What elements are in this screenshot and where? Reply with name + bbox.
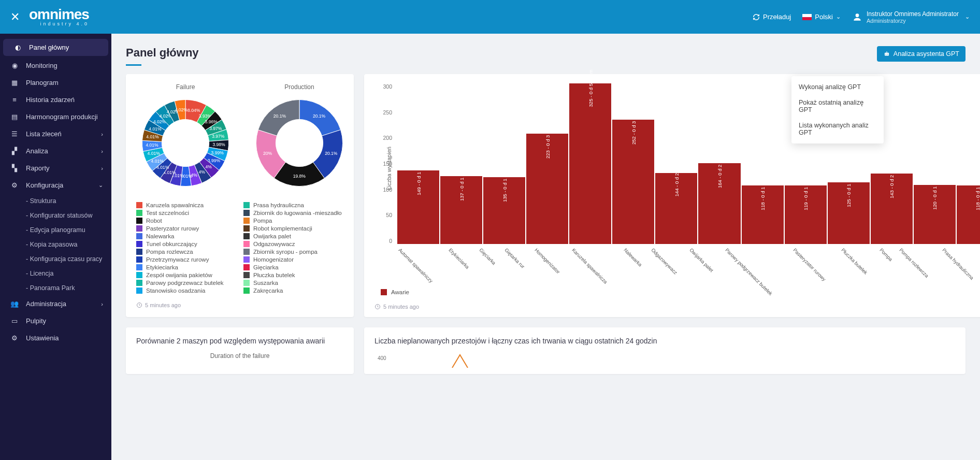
dropdown-option[interactable]: Pokaż ostatnią analizę GPT	[791, 95, 884, 118]
sidebar-item-pulpity[interactable]: ▭Pulpity	[0, 312, 111, 329]
sidebar-subitem[interactable]: - Konfigurator statusów	[0, 208, 111, 223]
sidebar-item-lista-zleceń[interactable]: ☰Lista zleceń›	[0, 125, 111, 142]
bar-column[interactable]: 325 - 0 d 5 h 1 m	[569, 83, 611, 244]
legend-item[interactable]: Robot	[136, 218, 236, 224]
user-menu[interactable]: Instruktor Omnimes Administrator Adminis…	[852, 10, 970, 24]
bar-xlabel: Giętarka rur	[503, 246, 534, 253]
sidebar-item-ustawienia[interactable]: ⚙Ustawienia	[0, 329, 111, 347]
legend-label: Zbiornik do ługowania -mieszadło	[253, 210, 342, 216]
legend-item[interactable]: Pompa	[243, 218, 343, 224]
legend-item[interactable]: Pasteryzator rurowy	[136, 225, 236, 232]
svg-text:4.01%: 4.01%	[151, 159, 164, 164]
legend-swatch	[243, 210, 250, 216]
bar-xlabel: Parowy podgrzewacz butelek	[724, 246, 792, 253]
bar-xlabel: Pompa rozlewcza	[898, 246, 941, 253]
legend-item[interactable]: Zbiornik do ługowania -mieszadło	[243, 210, 343, 216]
dropdown-option[interactable]: Lista wykonanych analiz GPT	[791, 118, 884, 140]
logo-main: omnimes	[29, 7, 89, 22]
legend-item[interactable]: Robot komplementacji	[243, 225, 343, 232]
report-icon: ▚	[8, 164, 21, 172]
legend-item[interactable]: Owijarka palet	[243, 233, 343, 239]
sidebar-item-monitoring[interactable]: ◉Monitoring	[0, 57, 111, 74]
sidebar-label: Raporty	[26, 164, 50, 172]
legend-item[interactable]: Test szczelności	[136, 210, 236, 216]
downtime-title: Liczba nieplanowanych przestojów i łączn…	[374, 337, 955, 345]
legend-label: Etykieciarka	[146, 264, 178, 270]
legend-swatch	[136, 280, 142, 286]
sidebar-label: Monitoring	[26, 62, 57, 69]
language-selector[interactable]: Polski ⌄	[802, 13, 841, 21]
desktop-icon: ▭	[8, 317, 21, 325]
legend-swatch	[136, 202, 142, 208]
clock-icon	[374, 304, 381, 310]
legend-item[interactable]: Karuzela spawalnicza	[136, 202, 236, 208]
legend-item[interactable]: Zakręcarka	[243, 288, 343, 294]
chevron-down-icon: ⌄	[965, 13, 970, 20]
card-updated: 5 minutes ago	[136, 302, 343, 308]
legend-item[interactable]: Płuczka butelek	[243, 272, 343, 278]
sidebar-item-raporty[interactable]: ▚Raporty›	[0, 160, 111, 177]
dropdown-option[interactable]: Wykonaj analizę GPT	[791, 79, 884, 95]
bar-xlabel: Automat spawalniczy	[397, 246, 448, 253]
svg-text:3.97%: 3.97%	[209, 126, 222, 131]
bar-column[interactable]: 135 - 0 d 1 h 56 m	[483, 83, 525, 244]
bar-column[interactable]: 149 - 0 d 1 h 11 m	[397, 83, 439, 244]
user-role: Administratorzy	[867, 18, 959, 24]
legend-item[interactable]: Parowy podgrzewacz butelek	[136, 280, 236, 286]
sidebar-subitem[interactable]: - Struktura	[0, 194, 111, 208]
legend-item[interactable]: Suszarka	[243, 280, 343, 286]
bar-column[interactable]: 118 - 0 d 1 h 40 m	[957, 83, 980, 244]
sidebar-label: Ustawienia	[26, 334, 59, 342]
legend-item[interactable]: Etykieciarka	[136, 264, 236, 270]
legend-item[interactable]: Homogenizator	[243, 256, 343, 263]
sidebar-label: Pulpity	[26, 317, 46, 325]
sidebar-item-administracja[interactable]: 👥Administracja›	[0, 295, 111, 312]
svg-rect-1	[885, 53, 889, 56]
sidebar-item-panel-główny[interactable]: ◐Panel główny	[3, 39, 108, 56]
bar-column[interactable]: 137 - 0 d 1 h 50 m	[440, 83, 482, 244]
sidebar-subitem[interactable]: - Panorama Park	[0, 281, 111, 295]
legend-swatch	[243, 249, 250, 255]
page-title: Panel główny	[126, 46, 199, 65]
bar-chart: 300250200150100500 149 - 0 d 1 h 11 m137…	[374, 83, 980, 244]
legend-item[interactable]: Zbiornik syropu - pompa	[243, 249, 343, 255]
legend-item[interactable]: Przetrzymywacz rurowy	[136, 256, 236, 263]
failure-donut: Failure 8.04%3.93%3.96%3.97%3.97%3.98%3.…	[136, 83, 235, 194]
legend-item[interactable]: Nalewarka	[136, 233, 236, 239]
bar-column[interactable]: 118 - 0 d 1 h 54 m	[742, 83, 784, 244]
bar-column[interactable]: 120 - 0 d 1 h 44 m	[914, 83, 956, 244]
sidebar-item-konfiguracja[interactable]: ⚙Konfiguracja⌄	[0, 177, 111, 194]
bar-legend-label: Awarie	[391, 289, 409, 295]
sidebar-item-planogram[interactable]: ▦Planogram	[0, 74, 111, 91]
legend-label: Parowy podgrzewacz butelek	[146, 280, 224, 286]
close-icon[interactable]: ✕	[10, 10, 20, 24]
bar-column[interactable]: 144 - 0 d 2 h 7 m	[655, 83, 697, 244]
sidebar-subitem[interactable]: - Konfiguracja czasu pracy	[0, 252, 111, 266]
sidebar-subitem[interactable]: - Edycja planogramu	[0, 223, 111, 237]
legend-swatch	[136, 256, 142, 263]
sidebar-label: Lista zleceń	[26, 130, 62, 138]
legend-item[interactable]: Tunel obkurczający	[136, 241, 236, 247]
legend-item[interactable]: Pompa rozlewcza	[136, 249, 236, 255]
sidebar-item-historia-zdarzeń[interactable]: ≡Historia zdarzeń	[0, 91, 111, 108]
legend-item[interactable]: Odgazowywacz	[243, 241, 343, 247]
sidebar-item-harmonogram-produkcji[interactable]: ▤Harmonogram produkcji	[0, 108, 111, 125]
bar-column[interactable]: 164 - 0 d 2 h 33 m	[698, 83, 740, 244]
legend-item[interactable]: Zespół owijania pakietów	[136, 272, 236, 278]
bar-column[interactable]: 252 - 0 d 3 h 36 m	[612, 83, 654, 244]
legend-swatch	[136, 249, 142, 255]
bar-xlabel: Karuzela spawalnicza	[571, 246, 623, 253]
reload-button[interactable]: Przeładuj	[753, 13, 791, 21]
bar-column[interactable]: 223 - 0 d 3 h 22 m	[526, 83, 568, 244]
legend-item[interactable]: Gięciarka	[243, 264, 343, 270]
eye-icon: ◉	[8, 62, 21, 69]
sidebar-subitem[interactable]: - Kopia zapasowa	[0, 237, 111, 252]
unplanned-downtime-card: Liczba nieplanowanych przestojów i łączn…	[364, 327, 965, 374]
sidebar-item-analiza[interactable]: ▞Analiza›	[0, 142, 111, 160]
sidebar-subitem[interactable]: - Licencja	[0, 266, 111, 281]
legend-item[interactable]: Prasa hydrauliczna	[243, 202, 343, 208]
legend-label: Pompa rozlewcza	[146, 249, 193, 255]
svg-text:4.01%: 4.01%	[148, 151, 161, 156]
legend-item[interactable]: Stanowisko osadzania	[136, 288, 236, 294]
gpt-analysis-button[interactable]: Analiza asystenta GPT	[877, 46, 965, 62]
